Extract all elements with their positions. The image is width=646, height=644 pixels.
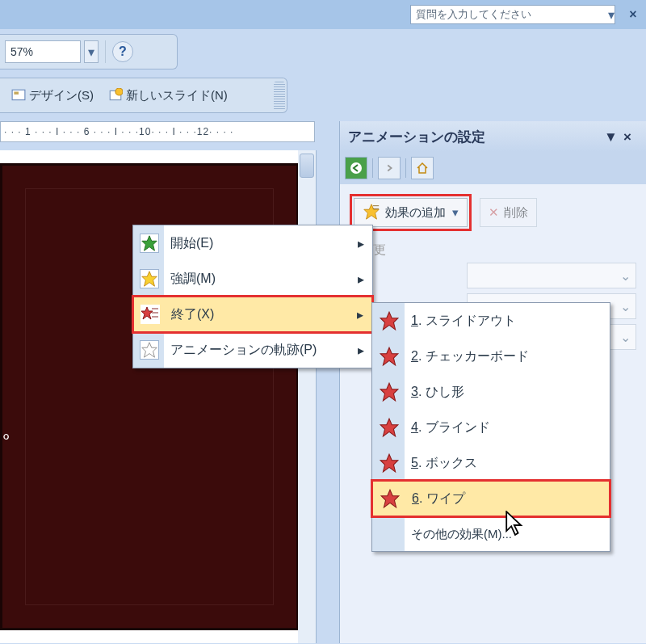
help-search-dropdown-icon[interactable]: ▾ — [604, 5, 619, 24]
submenu-label: スライドアウト — [426, 314, 516, 327]
task-pane-close-icon[interactable]: × — [623, 129, 638, 144]
help-search-input[interactable]: 質問を入力してください — [410, 5, 615, 24]
svg-marker-18 — [380, 419, 398, 436]
close-icon[interactable]: × — [625, 5, 641, 24]
star-green-icon — [140, 234, 159, 253]
question-icon: ? — [119, 44, 127, 59]
nav-forward-button[interactable] — [378, 157, 401, 179]
star-outline-icon — [140, 340, 159, 360]
task-pane-titlebar: アニメーションの設定 ▼ × — [340, 121, 646, 152]
toolbar-separator — [105, 40, 106, 63]
submenu-label: ワイプ — [426, 491, 465, 505]
design-button[interactable]: デザイン(S) — [6, 86, 99, 106]
menu-label: 終了(X) — [171, 306, 214, 323]
star-red-icon — [379, 310, 400, 331]
star-red-icon — [379, 381, 400, 402]
new-slide-button[interactable]: 新しいスライド(N) — [103, 86, 233, 106]
star-red-icon — [379, 346, 400, 367]
submenu-other-label: その他の効果(M)... — [411, 527, 512, 542]
nav-separator — [372, 158, 373, 178]
remove-x-icon: ✕ — [489, 205, 499, 220]
menu-label: 強調(M) — [170, 271, 216, 288]
submenu-num: 1 — [411, 314, 418, 327]
star-red-icon — [379, 452, 400, 474]
star-red-icon — [379, 417, 400, 438]
add-effect-label: 効果の追加 — [385, 205, 446, 221]
toolbar-slide-group: デザイン(S) 新しいスライド(N) — [0, 78, 287, 113]
submenu-item-checkerboard[interactable]: 2. チェッカーボード — [372, 339, 610, 374]
submenu-other-effects[interactable]: その他の効果(M)... — [372, 517, 610, 551]
toolbar-zoom-group: 57% ▾ ? — [0, 34, 178, 69]
submenu-label: チェッカーボード — [426, 349, 529, 363]
start-select[interactable]: ⌄ — [467, 263, 636, 288]
menu-item-motion-paths[interactable]: アニメーションの軌跡(P) ▸ — [133, 332, 372, 368]
toolbar-handle-icon[interactable] — [274, 82, 285, 111]
submenu-num: 2 — [411, 349, 418, 363]
svg-point-3 — [115, 88, 123, 95]
submenu-num: 4 — [411, 420, 418, 434]
help-search-placeholder: 質問を入力してください — [416, 7, 531, 22]
submenu-item-diamond[interactable]: 3. ひし形 — [372, 374, 610, 410]
star-yellow-icon — [140, 269, 159, 288]
nav-back-button[interactable] — [345, 157, 367, 179]
ruler-text: · · · 1 · · · I · · · 6 · · · I · · ·10·… — [4, 126, 233, 137]
star-red-icon — [380, 488, 401, 509]
svg-rect-1 — [14, 92, 19, 95]
zoom-input[interactable]: 57% — [5, 40, 81, 63]
nav-separator — [405, 158, 406, 178]
menu-item-entrance[interactable]: 開始(E) ▸ — [133, 225, 372, 261]
zoom-dropdown-icon[interactable]: ▾ — [84, 40, 99, 63]
menu-label: 開始(E) — [170, 235, 213, 252]
nav-home-button[interactable] — [411, 157, 434, 179]
star-red-lines-icon — [141, 305, 160, 324]
slide-text-fragment: ﾟ — [2, 432, 15, 460]
svg-marker-14 — [142, 343, 157, 357]
zoom-value-text: 57% — [10, 45, 33, 58]
submenu-arrow-icon: ▸ — [358, 271, 364, 287]
submenu-arrow-icon: ▸ — [357, 307, 363, 322]
remove-label: 削除 — [504, 205, 528, 221]
svg-marker-10 — [141, 307, 153, 319]
exit-effects-submenu: 1. スライドアウト 2. チェッカーボード 3. ひし形 4. ブラインド 5… — [371, 302, 610, 552]
svg-marker-8 — [142, 236, 157, 250]
svg-rect-0 — [12, 90, 25, 99]
chevron-down-icon: ▾ — [452, 205, 459, 220]
design-label: デザイン(S) — [29, 88, 94, 103]
horizontal-ruler: · · · 1 · · · I · · · 6 · · · I · · ·10·… — [0, 121, 315, 142]
svg-marker-16 — [380, 347, 398, 365]
task-pane-menu-icon[interactable]: ▼ — [604, 129, 619, 144]
window-titlebar: 質問を入力してください ▾ × — [0, 0, 646, 29]
task-pane-nav — [340, 152, 646, 184]
add-effect-menu: 開始(E) ▸ 強調(M) ▸ 終了(X) ▸ アニメーションの軌跡(P) ▸ — [132, 225, 373, 368]
scrollbar-thumb[interactable] — [300, 154, 314, 178]
change-section-label: の変更 — [350, 242, 636, 258]
add-effect-star-icon — [363, 203, 380, 223]
design-icon — [11, 88, 26, 103]
submenu-arrow-icon: ▸ — [358, 236, 364, 251]
svg-marker-15 — [380, 312, 398, 330]
submenu-num: 5 — [411, 456, 418, 469]
add-effect-button[interactable]: 効果の追加 ▾ — [354, 198, 468, 227]
mouse-cursor-icon — [505, 511, 525, 537]
menu-item-exit[interactable]: 終了(X) ▸ — [133, 297, 372, 332]
svg-marker-5 — [364, 204, 379, 218]
submenu-item-slideout[interactable]: 1. スライドアウト — [372, 303, 610, 339]
menu-item-emphasis[interactable]: 強調(M) ▸ — [133, 261, 372, 297]
new-slide-label: 新しいスライド(N) — [126, 88, 228, 103]
help-button[interactable]: ? — [112, 41, 133, 62]
svg-marker-9 — [142, 271, 157, 286]
submenu-item-box[interactable]: 5. ボックス — [372, 445, 610, 481]
submenu-arrow-icon: ▸ — [358, 343, 364, 358]
submenu-label: ボックス — [426, 456, 477, 469]
svg-marker-17 — [380, 383, 398, 401]
svg-marker-20 — [381, 490, 399, 507]
submenu-num: 3 — [411, 385, 418, 398]
task-pane-title: アニメーションの設定 — [348, 128, 485, 146]
submenu-label: ひし形 — [426, 385, 464, 398]
submenu-item-blinds[interactable]: 4. ブラインド — [372, 410, 610, 445]
svg-marker-19 — [380, 454, 398, 472]
menu-label: アニメーションの軌跡(P) — [170, 342, 317, 359]
submenu-num: 6 — [412, 491, 419, 505]
submenu-item-wipe[interactable]: 6. ワイプ — [372, 481, 610, 516]
submenu-label: ブラインド — [426, 420, 490, 434]
